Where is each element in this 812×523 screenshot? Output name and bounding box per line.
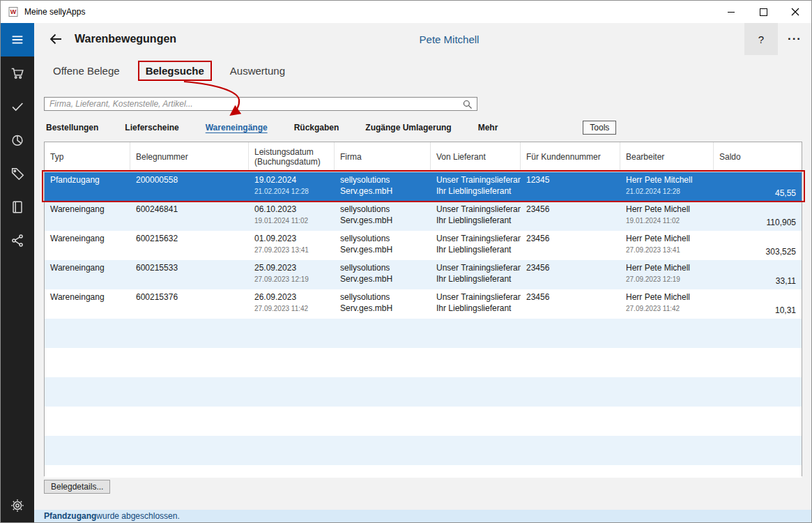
page-title: Warenbewegungen [75, 33, 176, 45]
tab-belegsuche[interactable]: Belegsuche [138, 61, 212, 81]
book-icon [10, 199, 25, 215]
sidebar [1, 23, 34, 522]
sidebar-item-tag[interactable] [1, 157, 34, 190]
app-window: W Meine sellyApps [0, 0, 812, 523]
subtab-lieferscheine[interactable]: Lieferscheine [125, 123, 178, 132]
cart-icon [10, 66, 25, 81]
status-bar: Pfandzugang wurde abgeschlossen. [34, 510, 811, 522]
maximize-button[interactable] [747, 1, 779, 23]
table-row[interactable]: Wareneingang 600246841 06.10.202319.01.2… [45, 202, 802, 231]
tab-auswertung[interactable]: Auswertung [230, 62, 285, 79]
tab-bar: Offene Belege Belegsuche Auswertung [34, 55, 811, 86]
column-header-typ: Typ [45, 142, 130, 172]
document-type-tabs: Bestellungen Lieferscheine Wareneingänge… [46, 120, 811, 135]
search-icon[interactable] [462, 99, 473, 112]
pie-chart-icon [10, 132, 25, 148]
table-row[interactable]: Wareneingang 600215533 25.09.202327.09.2… [45, 260, 802, 289]
subtab-wareneingaenge[interactable]: Wareneingänge [206, 123, 268, 132]
sidebar-item-share[interactable] [1, 224, 34, 257]
app-icon: W [8, 6, 19, 17]
subtab-mehr[interactable]: Mehr [478, 123, 498, 132]
search-input[interactable] [44, 97, 477, 111]
help-icon: ? [758, 33, 764, 45]
tab-offene-belege[interactable]: Offene Belege [53, 62, 120, 79]
help-button[interactable]: ? [744, 23, 778, 55]
status-highlight: Pfandzugang [44, 511, 96, 521]
back-arrow-icon [47, 31, 64, 47]
sidebar-item-check[interactable] [1, 90, 34, 123]
column-header-saldo: Saldo [714, 142, 802, 172]
table-row-selected[interactable]: Pfandzugang 200000558 19.02.202421.02.20… [45, 172, 802, 202]
ellipsis-icon: ··· [788, 32, 802, 46]
table-row[interactable]: Wareneingang 600215632 01.09.202327.09.2… [45, 231, 802, 260]
column-header-belegnummer: Belegnummer [130, 142, 249, 172]
results-table: Typ Belegnummer Leistungsdatum(Buchungsd… [44, 142, 802, 476]
minimize-button[interactable] [715, 1, 747, 23]
table-row[interactable]: Wareneingang 600215376 26.09.202327.09.2… [45, 289, 802, 319]
column-header-von-lieferant: Von Lieferant [431, 142, 521, 172]
column-header-firma: Firma [335, 142, 431, 172]
check-icon [10, 99, 25, 114]
content-area: Warenbewegungen Pete Mitchell ? ··· Offe… [34, 23, 811, 522]
user-name[interactable]: Pete Mitchell [420, 33, 480, 45]
close-button[interactable] [779, 1, 811, 23]
column-header-leistungsdatum: Leistungsdatum(Buchungsdatum) [249, 142, 335, 172]
subtab-rueckgaben[interactable]: Rückgaben [294, 123, 339, 132]
table-header: Typ Belegnummer Leistungsdatum(Buchungsd… [45, 142, 802, 172]
gear-icon [10, 498, 25, 513]
svg-text:W: W [10, 8, 17, 15]
appbar: Warenbewegungen Pete Mitchell ? ··· [34, 23, 811, 55]
subtab-bestellungen[interactable]: Bestellungen [46, 123, 98, 132]
column-header-bearbeiter: Bearbeiter [620, 142, 714, 172]
sidebar-item-statistics[interactable] [1, 123, 34, 157]
hamburger-icon [10, 32, 25, 47]
share-icon [10, 233, 25, 248]
titlebar: W Meine sellyApps [1, 1, 811, 23]
hamburger-menu-button[interactable] [1, 23, 34, 56]
more-button[interactable]: ··· [778, 23, 811, 55]
belegdetails-button[interactable]: Belegdetails... [44, 480, 110, 494]
subtab-zugaenge-umlagerung[interactable]: Zugänge Umlagerung [365, 123, 451, 132]
sidebar-item-journal[interactable] [1, 190, 34, 224]
tag-icon [10, 166, 25, 181]
column-header-kundennummer: Für Kundennummer [521, 142, 620, 172]
status-message: wurde abgeschlossen. [96, 511, 179, 521]
maximize-icon [760, 8, 767, 16]
back-button[interactable] [44, 27, 68, 51]
empty-rows [45, 319, 802, 478]
close-icon [791, 8, 799, 16]
settings-button[interactable] [1, 489, 34, 522]
sidebar-item-cart[interactable] [1, 56, 34, 90]
search-row [44, 97, 477, 111]
window-title: Meine sellyApps [24, 7, 85, 17]
tools-button[interactable]: Tools [583, 121, 616, 135]
minimize-icon [728, 12, 735, 13]
